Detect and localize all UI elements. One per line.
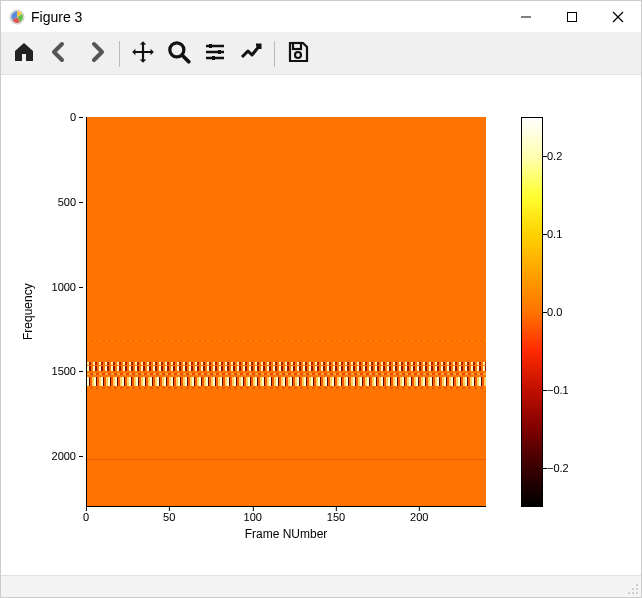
titlebar: Figure 3 (1, 1, 641, 33)
svg-point-12 (632, 592, 634, 594)
heatmap-feature (87, 459, 486, 460)
toolbar-separator (274, 41, 275, 67)
heatmap-feature (87, 362, 486, 365)
svg-point-9 (632, 588, 634, 590)
pan-button[interactable] (128, 39, 158, 69)
y-tick-label: 2000 (52, 450, 76, 462)
x-tick-label: 150 (327, 511, 345, 523)
x-axis-label: Frame NUmber (86, 527, 486, 541)
arrow-left-icon (48, 40, 72, 67)
app-icon (9, 9, 25, 25)
colorbar-tick-label: 0.2 (547, 150, 562, 162)
heatmap-feature (87, 387, 486, 389)
heatmap-feature (87, 340, 486, 342)
colorbar-tick-label: 0.0 (547, 306, 562, 318)
svg-rect-1 (568, 12, 577, 21)
y-tick-label: 1000 (52, 281, 76, 293)
back-button[interactable] (45, 39, 75, 69)
heatmap-axes (86, 117, 486, 507)
y-tick-label: 1500 (52, 365, 76, 377)
window-title: Figure 3 (31, 9, 82, 25)
svg-rect-6 (293, 43, 301, 49)
save-icon (286, 40, 310, 67)
x-tick-label: 100 (244, 511, 262, 523)
statusbar (1, 575, 641, 597)
subplots-button[interactable] (200, 39, 230, 69)
figure-window: Figure 3 (0, 0, 642, 598)
forward-button[interactable] (81, 39, 111, 69)
svg-point-10 (636, 588, 638, 590)
y-tick-label: 500 (58, 196, 76, 208)
heatmap-feature (87, 373, 486, 375)
home-button[interactable] (9, 39, 39, 69)
minimize-button[interactable] (503, 1, 549, 33)
colorbar-tick-label: −0.1 (547, 384, 569, 396)
plot-canvas[interactable]: Frequency 0 500 1000 1500 2000 0 50 100 … (1, 75, 641, 575)
toolbar (1, 33, 641, 75)
svg-point-13 (636, 592, 638, 594)
move-icon (130, 39, 156, 68)
chart-line-icon (239, 40, 263, 67)
y-axis-ticks: 0 500 1000 1500 2000 (1, 117, 86, 507)
axes-button[interactable] (236, 39, 266, 69)
heatmap-feature (87, 366, 486, 371)
y-tick-label: 0 (70, 111, 76, 123)
svg-point-11 (628, 592, 630, 594)
zoom-button[interactable] (164, 39, 194, 69)
heatmap-feature (87, 377, 486, 386)
resize-grip-icon[interactable] (625, 581, 639, 595)
svg-rect-5 (212, 56, 215, 60)
sliders-icon (203, 40, 227, 67)
svg-rect-3 (209, 44, 212, 48)
colorbar (521, 117, 543, 507)
svg-point-8 (636, 584, 638, 586)
close-button[interactable] (595, 1, 641, 33)
arrow-right-icon (84, 40, 108, 67)
x-tick-label: 0 (83, 511, 89, 523)
toolbar-separator (119, 41, 120, 67)
colorbar-tick-label: −0.2 (547, 462, 569, 474)
save-button[interactable] (283, 39, 313, 69)
svg-point-7 (295, 52, 301, 58)
svg-rect-4 (218, 50, 221, 54)
home-icon (12, 40, 36, 67)
colorbar-tick-label: 0.1 (547, 228, 562, 240)
zoom-icon (166, 39, 192, 68)
x-tick-label: 50 (163, 511, 175, 523)
maximize-button[interactable] (549, 1, 595, 33)
x-tick-label: 200 (410, 511, 428, 523)
